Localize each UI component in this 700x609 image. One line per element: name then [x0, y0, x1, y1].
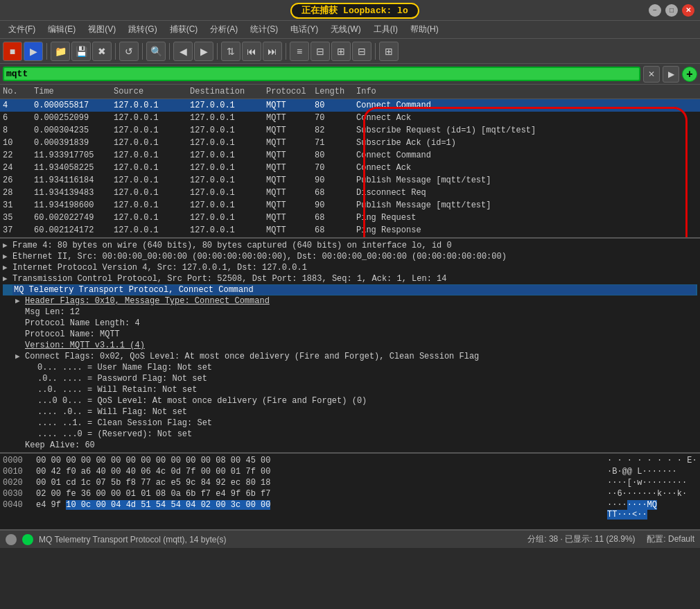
hex-bytes: 00 00 00 00 00 00 00 00 00 00 00 00 08 0… — [36, 456, 602, 465]
detail-row[interactable]: 0... .... = User Name Flag: Not set — [3, 362, 697, 373]
detail-row[interactable]: Version: MQTT v3.1.1 (4) — [3, 340, 697, 351]
hex-row[interactable]: 0040 e4 9f 10 0c 00 04 4d 51 54 54 04 02… — [3, 499, 697, 520]
menu-item-a[interactable]: 分析(A) — [204, 22, 243, 37]
cell-time: 60.002124172 — [34, 225, 114, 235]
cell-time: 0.000055817 — [34, 101, 114, 110]
cell-source: 127.0.0.1 — [114, 188, 190, 198]
expand-icon[interactable]: ▶ — [15, 296, 22, 305]
next-button[interactable]: ▶ — [194, 42, 213, 61]
detail-row[interactable]: Protocol Name: MQTT — [3, 329, 697, 340]
zoom-out-button[interactable]: ⊟ — [352, 42, 371, 61]
table-row[interactable]: 22 11.933917705 127.0.0.1 127.0.0.1 MQTT… — [0, 149, 700, 162]
zoom-in-button[interactable]: ⊞ — [331, 42, 351, 61]
detail-row[interactable]: ▶Ethernet II, Src: 00:00:00_00:00:00 (00… — [3, 251, 697, 262]
detail-row[interactable]: Msg Len: 12 — [3, 307, 697, 318]
detail-row[interactable]: Keep Alive: 60 — [3, 440, 697, 451]
cell-info: Connect Ack — [356, 163, 697, 173]
table-row[interactable]: 10 0.000391839 127.0.0.1 127.0.0.1 MQTT … — [0, 137, 700, 149]
detail-row[interactable]: .... ..1. = Clean Session Flag: Set — [3, 418, 697, 429]
titlebar-title: 正在捕获 Loopback: lo — [290, 4, 419, 17]
menu-item-f[interactable]: 文件(F) — [3, 22, 41, 37]
colorize-button[interactable]: ≡ — [290, 42, 309, 61]
detail-row[interactable]: MQ Telemetry Transport Protocol, Connect… — [3, 284, 697, 295]
table-row[interactable]: 26 11.934116184 127.0.0.1 127.0.0.1 MQTT… — [0, 174, 700, 187]
last-button[interactable]: ⏭ — [263, 42, 282, 61]
table-row[interactable]: 24 11.934058225 127.0.0.1 127.0.0.1 MQTT… — [0, 162, 700, 174]
table-row[interactable]: 31 11.934198600 127.0.0.1 127.0.0.1 MQTT… — [0, 199, 700, 212]
hex-bytes: 02 00 fe 36 00 00 01 01 08 0a 6b f7 e4 9… — [36, 489, 602, 499]
detail-row[interactable]: ▶Transmission Control Protocol, Src Port… — [3, 273, 697, 284]
detail-row[interactable]: .... ...0 = (Reserved): Not set — [3, 429, 697, 440]
table-row[interactable]: 6 0.000252099 127.0.0.1 127.0.0.1 MQTT 7… — [0, 112, 700, 124]
first-button[interactable]: ⏮ — [242, 42, 261, 61]
detail-row[interactable]: ▶Connect Flags: 0x02, QoS Level: At most… — [3, 351, 697, 362]
cell-length: 90 — [315, 200, 356, 210]
reload-button[interactable]: ↺ — [119, 42, 139, 61]
cell-no: 31 — [3, 200, 34, 210]
maximize-button[interactable]: □ — [665, 4, 678, 17]
cell-no: 6 — [3, 113, 34, 123]
table-row[interactable]: 28 11.934139483 127.0.0.1 127.0.0.1 MQTT… — [0, 187, 700, 199]
menu-item-w[interactable]: 无线(W) — [325, 22, 366, 37]
expand-icon[interactable]: ▶ — [15, 352, 22, 361]
filter-input[interactable] — [6, 69, 637, 79]
header-destination: Destination — [190, 87, 266, 96]
close-button[interactable]: ✕ — [682, 4, 694, 17]
clear-filter-button[interactable]: ✕ — [643, 66, 660, 83]
detail-row[interactable]: .... .0.. = Will Flag: Not set — [3, 406, 697, 418]
cell-length: 82 — [315, 126, 356, 135]
detail-text: Connect Flags: 0x02, QoS Level: At most … — [25, 352, 696, 361]
menu-item-g[interactable]: 跳转(G) — [123, 22, 162, 37]
hex-row[interactable]: 0000 00 00 00 00 00 00 00 00 00 00 00 00… — [3, 455, 697, 466]
find-button[interactable]: 🔍 — [146, 42, 166, 61]
jump-button[interactable]: ⇅ — [221, 42, 240, 61]
stop-capture-button[interactable]: ■ — [3, 42, 22, 61]
menu-item-h[interactable]: 帮助(H) — [405, 22, 444, 37]
autoscroll-button[interactable]: ⊟ — [310, 42, 330, 61]
table-row[interactable]: 8 0.000304235 127.0.0.1 127.0.0.1 MQTT 8… — [0, 124, 700, 137]
open-file-button[interactable]: 📁 — [51, 42, 70, 61]
menu-item-v[interactable]: 视图(V) — [82, 22, 121, 37]
hex-row[interactable]: 0020 00 01 cd 1c 07 5b f8 77 ac e5 9c 84… — [3, 477, 697, 488]
expand-icon[interactable]: ▶ — [3, 274, 10, 283]
detail-text: Protocol Name Length: 4 — [25, 318, 696, 328]
hex-row[interactable]: 0030 02 00 fe 36 00 00 01 01 08 0a 6b f7… — [3, 488, 697, 499]
detail-row[interactable]: ▶Frame 4: 80 bytes on wire (640 bits), 8… — [3, 240, 697, 251]
cell-time: 11.933917705 — [34, 151, 114, 160]
hex-highlight: 10 0c 00 04 4d 51 54 54 04 02 00 3c 00 0… — [66, 500, 270, 510]
minimize-button[interactable]: − — [649, 4, 661, 17]
resize-columns-button[interactable]: ⊞ — [379, 42, 399, 61]
menu-item-s[interactable]: 统计(S) — [245, 22, 283, 37]
menu-item-c[interactable]: 捕获(C) — [164, 22, 204, 37]
apply-filter-button[interactable]: ▶ — [663, 66, 679, 83]
table-row[interactable]: 37 60.002124172 127.0.0.1 127.0.0.1 MQTT… — [0, 224, 700, 237]
detail-row[interactable]: ...0 0... = QoS Level: At most once deli… — [3, 395, 697, 406]
start-capture-button[interactable]: ▶ — [24, 42, 43, 61]
add-filter-button[interactable]: + — [682, 67, 697, 82]
detail-row[interactable]: ..0. .... = Will Retain: Not set — [3, 384, 697, 395]
detail-text: 0... .... = User Name Flag: Not set — [37, 363, 696, 372]
detail-row[interactable]: Protocol Name Length: 4 — [3, 318, 697, 329]
save-button[interactable]: 💾 — [71, 42, 91, 61]
prev-button[interactable]: ◀ — [173, 42, 193, 61]
menu-item-i[interactable]: 工具(I) — [368, 22, 403, 37]
hex-row[interactable]: 0010 00 42 f0 a6 40 00 40 06 4c 0d 7f 00… — [3, 466, 697, 477]
toolbar-separator-4 — [169, 43, 170, 60]
cell-length: 90 — [315, 175, 356, 185]
cell-destination: 127.0.0.1 — [190, 175, 266, 185]
expand-icon[interactable]: ▶ — [3, 241, 10, 250]
detail-row[interactable]: ▶Header Flags: 0x10, Message Type: Conne… — [3, 295, 697, 307]
header-length: Length — [315, 87, 356, 96]
detail-row[interactable]: .0.. .... = Password Flag: Not set — [3, 373, 697, 384]
table-row[interactable]: 4 0.000055817 127.0.0.1 127.0.0.1 MQTT 8… — [0, 99, 700, 112]
table-row[interactable]: 35 60.002022749 127.0.0.1 127.0.0.1 MQTT… — [0, 212, 700, 224]
detail-row[interactable]: ▶Internet Protocol Version 4, Src: 127.0… — [3, 262, 697, 273]
filter-input-wrapper — [3, 67, 640, 81]
detail-text: Msg Len: 12 — [25, 307, 696, 317]
close-file-button[interactable]: ✖ — [92, 42, 112, 61]
menu-item-e[interactable]: 编辑(E) — [42, 22, 81, 37]
detail-text: Header Flags: 0x10, Message Type: Connec… — [25, 296, 696, 306]
expand-icon[interactable]: ▶ — [3, 263, 10, 272]
expand-icon[interactable]: ▶ — [3, 252, 10, 261]
menu-item-y[interactable]: 电话(Y) — [285, 22, 324, 37]
